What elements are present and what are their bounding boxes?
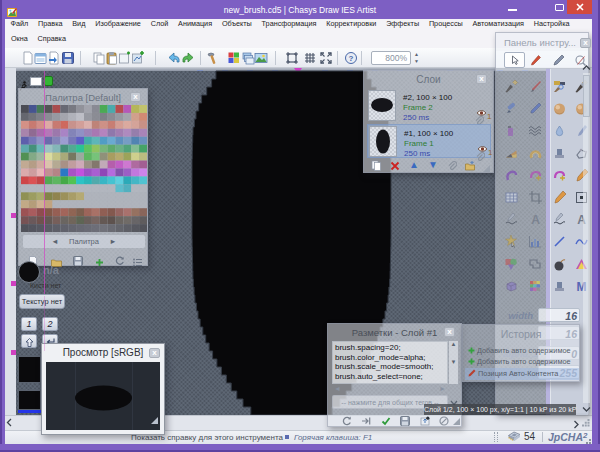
svg-text:A: A: [531, 213, 540, 227]
